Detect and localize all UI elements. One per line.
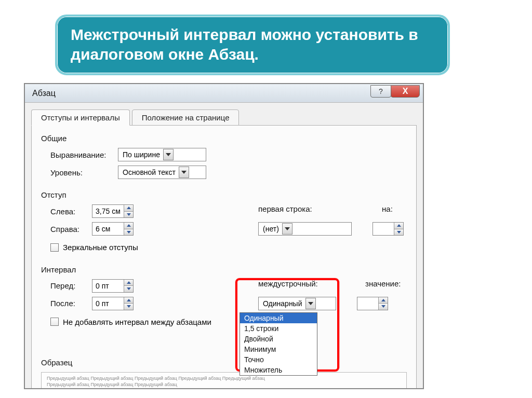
spin-down-icon[interactable] — [124, 212, 133, 218]
indent-right-label: Справа: — [50, 225, 92, 234]
option-1-5[interactable]: 1,5 строки — [240, 323, 317, 334]
outline-combo[interactable]: Основной текст — [118, 166, 206, 179]
close-icon: X — [403, 87, 408, 96]
after-spinner[interactable]: 0 пт — [92, 297, 134, 310]
chevron-down-icon — [179, 167, 189, 178]
line-spacing-label: междустрочный: — [258, 279, 336, 288]
at-spinner[interactable] — [357, 297, 388, 310]
before-label: Перед: — [50, 281, 92, 290]
tab-strip: Отступы и интервалы Положение на страниц… — [31, 109, 417, 126]
indent-left-spinner[interactable]: 3,75 см — [92, 204, 134, 218]
callout-text: Межстрочный интервал можно установить в … — [71, 26, 418, 63]
indent-by-label: на: — [382, 204, 408, 213]
indent-by-value — [373, 223, 394, 235]
paragraph-dialog: Абзац ? X Отступы и интервалы Положение … — [24, 83, 424, 389]
spin-up-icon[interactable] — [124, 280, 133, 286]
spin-down-icon[interactable] — [124, 286, 133, 292]
indent-right-value: 6 см — [92, 223, 124, 235]
at-value — [357, 297, 378, 310]
dialog-title: Абзац — [32, 89, 56, 98]
tab-indents[interactable]: Отступы и интервалы — [31, 109, 130, 126]
option-exactly[interactable]: Точно — [240, 354, 317, 365]
slide-callout: Межстрочный интервал можно установить в … — [55, 15, 450, 75]
spin-up-icon[interactable] — [124, 223, 133, 229]
section-general: Общие — [41, 134, 407, 143]
no-space-label: Не добавлять интервал между абзацами — [63, 318, 211, 326]
line-spacing-value: Одинарный — [263, 299, 302, 308]
section-indent: Отступ — [41, 190, 407, 199]
spin-up-icon[interactable] — [379, 297, 388, 304]
indent-right-spinner[interactable]: 6 см — [92, 222, 134, 236]
option-single[interactable]: Одинарный — [240, 313, 317, 323]
close-button[interactable]: X — [391, 85, 420, 98]
line-spacing-dropdown[interactable]: Одинарный 1,5 строки Двойной Минимум Точ… — [240, 312, 317, 376]
chevron-down-icon — [305, 298, 316, 309]
alignment-label: Выравнивание: — [50, 150, 118, 159]
chevron-down-icon — [163, 149, 174, 160]
outline-value: Основной текст — [123, 168, 176, 176]
alignment-combo[interactable]: По ширине — [118, 148, 206, 161]
before-spinner[interactable]: 0 пт — [92, 279, 134, 293]
spin-down-icon[interactable] — [124, 229, 133, 236]
indent-left-value: 3,75 см — [92, 205, 124, 217]
checkbox-icon — [50, 318, 59, 326]
after-label: После: — [50, 299, 92, 308]
mirror-indents-checkbox[interactable]: Зеркальные отступы — [50, 243, 138, 252]
at-label: значение: — [365, 279, 412, 288]
before-value: 0 пт — [92, 280, 124, 292]
tab-indents-label: Отступы и интервалы — [41, 113, 120, 122]
sample-gray-1: Предыдущий абзац Предыдущий абзац Предыд… — [47, 376, 265, 381]
spin-up-icon[interactable] — [394, 223, 403, 229]
tab-position-label: Положение на странице — [142, 113, 230, 122]
no-space-checkbox[interactable]: Не добавлять интервал между абзацами — [50, 318, 211, 326]
after-value: 0 пт — [92, 297, 124, 310]
line-spacing-combo[interactable]: Одинарный — [258, 297, 336, 310]
spin-up-icon[interactable] — [124, 205, 133, 212]
sample-preview: Предыдущий абзац Предыдущий абзац Предыд… — [41, 372, 407, 389]
option-at-least[interactable]: Минимум — [240, 344, 317, 354]
chevron-down-icon — [282, 223, 292, 235]
tab-panel-indents: Общие Выравнивание: По ширине Уровень: О… — [31, 126, 417, 389]
alignment-value: По ширине — [123, 150, 160, 159]
first-line-value: (нет) — [263, 225, 279, 233]
title-bar: Абзац ? X — [25, 84, 423, 103]
spin-down-icon[interactable] — [379, 304, 388, 310]
spin-down-icon[interactable] — [394, 229, 403, 236]
indent-left-label: Слева: — [50, 207, 92, 216]
mirror-indents-label: Зеркальные отступы — [63, 243, 138, 252]
section-sample: Образец — [41, 358, 407, 367]
tab-page-position[interactable]: Положение на странице — [132, 109, 240, 126]
outline-label: Уровень: — [50, 168, 118, 177]
option-double[interactable]: Двойной — [240, 334, 317, 344]
help-button[interactable]: ? — [370, 85, 391, 98]
sample-gray-2: Предыдущий абзац Предыдущий абзац Предыд… — [47, 382, 177, 387]
first-line-combo[interactable]: (нет) — [258, 222, 352, 236]
first-line-label: первая строка: — [258, 204, 331, 213]
spin-up-icon[interactable] — [124, 297, 133, 304]
option-multiple[interactable]: Множитель — [240, 365, 317, 375]
help-icon: ? — [379, 87, 383, 95]
spin-down-icon[interactable] — [124, 304, 133, 310]
section-spacing: Интервал — [41, 265, 407, 274]
checkbox-icon — [50, 243, 59, 252]
indent-by-spinner[interactable] — [373, 222, 404, 236]
